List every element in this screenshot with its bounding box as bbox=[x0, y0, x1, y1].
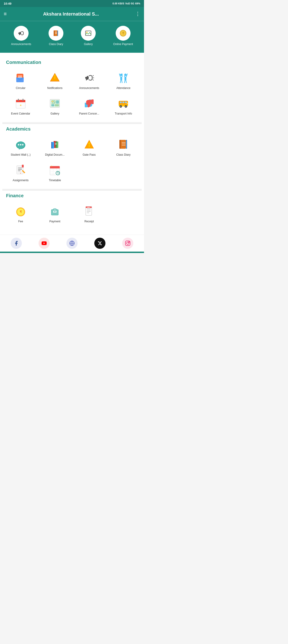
svg-rect-1 bbox=[18, 32, 20, 34]
grid-item-circular[interactable]: Circular bbox=[5, 69, 37, 92]
grid-item-attendance[interactable]: Attendance bbox=[108, 69, 140, 92]
grid-item-transport-info[interactable]: Transport Info bbox=[108, 94, 140, 118]
top-icon-announcements-label: Announcements bbox=[11, 42, 31, 46]
grid-item-gate-pass[interactable]: Gate Pass bbox=[73, 136, 105, 159]
website-button[interactable] bbox=[66, 238, 78, 249]
fee-label: Fee bbox=[18, 220, 23, 223]
top-icon-online-payment-label: Online Payment bbox=[113, 42, 133, 46]
parent-concern-icon bbox=[82, 97, 96, 110]
svg-point-68 bbox=[126, 106, 126, 107]
svg-text:REC: REC bbox=[87, 207, 90, 208]
status-right: 0.00 KB/S VoD 5G 69% bbox=[112, 2, 140, 5]
parent-concern-label: Parent Concer... bbox=[79, 112, 99, 115]
svg-rect-36 bbox=[124, 77, 126, 80]
svg-rect-44 bbox=[18, 99, 19, 101]
svg-line-34 bbox=[126, 74, 127, 77]
svg-point-133 bbox=[129, 242, 129, 242]
bottom-bar bbox=[0, 252, 144, 253]
circular-label: Circular bbox=[16, 86, 25, 90]
svg-point-21 bbox=[54, 74, 56, 76]
timetable-label: Timetable bbox=[49, 179, 61, 182]
grid-item-gallery[interactable]: Gallery bbox=[39, 94, 71, 118]
svg-rect-69 bbox=[127, 103, 128, 104]
top-icons-section: Announcements Class Diary Gallery bbox=[0, 21, 144, 53]
notifications-label: Notifications bbox=[48, 86, 62, 90]
grid-item-fee[interactable]: ₹ Fee bbox=[5, 202, 37, 225]
svg-rect-2 bbox=[19, 34, 20, 35]
status-time: 10:49 bbox=[4, 2, 12, 5]
grid-item-digital-documents[interactable]: Digital Docum... bbox=[39, 136, 71, 159]
svg-rect-35 bbox=[120, 77, 122, 80]
grid-item-timetable[interactable]: Timetable bbox=[39, 161, 71, 184]
announcements-icon-circle bbox=[14, 26, 28, 41]
svg-rect-62 bbox=[120, 102, 122, 103]
svg-line-37 bbox=[120, 80, 121, 83]
svg-line-40 bbox=[126, 80, 126, 83]
grid-item-class-diary-academic[interactable]: Class Diary bbox=[108, 136, 140, 159]
instagram-button[interactable] bbox=[122, 238, 133, 249]
class-diary-icon-circle bbox=[48, 26, 64, 41]
svg-rect-8 bbox=[57, 30, 58, 36]
top-icon-announcements[interactable]: Announcements bbox=[11, 26, 31, 46]
svg-rect-43 bbox=[16, 101, 25, 102]
more-options-icon[interactable]: ⋮ bbox=[135, 11, 140, 17]
svg-rect-22 bbox=[54, 76, 55, 79]
status-bar: 10:49 0.00 KB/S VoD 5G 69% bbox=[0, 0, 144, 7]
svg-rect-58 bbox=[91, 100, 94, 104]
svg-point-72 bbox=[18, 144, 19, 146]
section-divider-1 bbox=[2, 122, 142, 124]
grid-item-student-wall[interactable]: Student Wall (..) bbox=[5, 136, 37, 159]
grid-item-payment[interactable]: Payment bbox=[39, 202, 71, 225]
section-divider-2 bbox=[2, 189, 142, 191]
svg-rect-54 bbox=[51, 104, 54, 106]
transport-info-label: Transport Info bbox=[115, 112, 132, 115]
event-calendar-icon bbox=[14, 97, 28, 110]
gallery-icon-circle bbox=[81, 26, 96, 41]
grid-item-notifications[interactable]: Notifications bbox=[39, 69, 71, 92]
grid-item-assignments[interactable]: Assignments bbox=[5, 161, 37, 184]
svg-point-73 bbox=[20, 144, 21, 146]
class-diary-academic-icon bbox=[116, 138, 130, 151]
receipt-label: Receipt bbox=[84, 220, 94, 223]
digital-documents-icon bbox=[48, 138, 62, 151]
timetable-icon bbox=[48, 163, 62, 177]
grid-item-parent-concern[interactable]: Parent Concer... bbox=[73, 94, 105, 118]
svg-line-39 bbox=[124, 80, 125, 83]
attendance-label: Attendance bbox=[116, 86, 130, 90]
attendance-icon bbox=[116, 71, 130, 84]
bottom-nav bbox=[0, 235, 144, 252]
twitter-x-button[interactable] bbox=[94, 238, 106, 249]
app-title: Akshara International S... bbox=[10, 12, 132, 17]
svg-text:₹: ₹ bbox=[122, 31, 124, 35]
top-icon-gallery[interactable]: Gallery bbox=[81, 26, 96, 46]
communication-section-title: Communication bbox=[2, 58, 142, 69]
svg-point-10 bbox=[86, 32, 88, 33]
menu-icon[interactable]: ≡ bbox=[4, 11, 7, 17]
svg-rect-45 bbox=[22, 99, 24, 101]
grid-item-announcements[interactable]: Announcements bbox=[73, 69, 105, 92]
svg-text:₹: ₹ bbox=[20, 210, 22, 214]
svg-line-31 bbox=[120, 74, 120, 77]
top-icon-online-payment[interactable]: ₹ Online Payment bbox=[113, 26, 133, 46]
youtube-button[interactable] bbox=[38, 238, 50, 249]
svg-rect-24 bbox=[85, 77, 88, 79]
svg-marker-84 bbox=[85, 140, 93, 148]
digital-documents-label: Digital Docum... bbox=[45, 153, 65, 156]
svg-point-74 bbox=[22, 144, 24, 146]
student-wall-icon bbox=[14, 138, 28, 151]
network-speed: 0.00 KB/S bbox=[112, 2, 124, 5]
grid-item-event-calendar[interactable]: Event Calendar bbox=[5, 94, 37, 118]
svg-rect-101 bbox=[22, 165, 24, 168]
top-icon-class-diary[interactable]: Class Diary bbox=[48, 26, 64, 46]
grid-item-receipt[interactable]: REC Receipt bbox=[73, 202, 105, 225]
assignments-label: Assignments bbox=[12, 179, 28, 182]
academics-section-title: Academics bbox=[2, 124, 142, 136]
svg-rect-80 bbox=[56, 142, 56, 148]
gate-pass-icon bbox=[82, 138, 96, 151]
assignments-icon bbox=[14, 163, 28, 177]
student-wall-label: Student Wall (..) bbox=[11, 153, 31, 156]
svg-point-67 bbox=[120, 106, 121, 107]
svg-line-26 bbox=[93, 75, 94, 76]
facebook-button[interactable] bbox=[11, 238, 22, 249]
svg-rect-64 bbox=[125, 102, 127, 103]
